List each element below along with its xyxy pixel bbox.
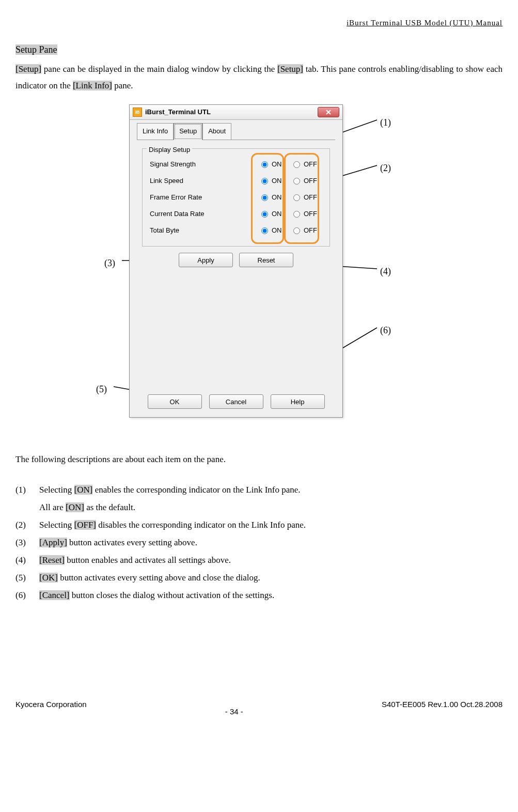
radio-input[interactable] [293,161,300,168]
off-label: OFF [304,191,317,204]
on-label: ON [272,224,282,237]
callout-3: (3) [104,254,115,272]
intro-hl-linkinfo: [Link Info] [73,81,112,90]
on-label: ON [272,158,282,171]
apply-reset-row: Apply Reset [137,253,335,267]
display-setup-group: Display Setup Signal Strength ON OFF Lin… [142,148,330,247]
reset-button[interactable]: Reset [239,253,293,267]
intro-paragraph: [Setup] pane can be displayed in the mai… [15,61,503,95]
desc-num: (2) [15,516,39,534]
footer-company: Kyocera Corporation [15,697,87,712]
callout-5: (5) [96,380,107,398]
desc-item-3: (3) [Apply] button activates every setti… [15,534,503,551]
intro-text-3: pane. [112,81,133,90]
desc-num: (6) [15,587,39,604]
desc-sub-post: as the default. [84,502,135,512]
row-total-byte: Total Byte ON OFF [150,222,322,239]
radio-datarate-off[interactable]: OFF [290,208,322,221]
desc-post: button activates every setting above and… [58,573,260,583]
radio-signal-on[interactable]: ON [258,158,290,171]
label-frame-error: Frame Error Rate [150,191,258,204]
close-icon [326,110,331,115]
desc-sub-hl: [ON] [66,502,84,512]
off-label: OFF [304,208,317,221]
desc-hl: [Apply] [39,538,67,547]
off-label: OFF [304,175,317,188]
on-label: ON [272,191,282,204]
window-title: iBurst_Terminal UTL [145,106,318,119]
on-label: ON [272,208,282,221]
cancel-button[interactable]: Cancel [209,394,263,409]
callout-2: (2) [380,159,391,177]
help-button[interactable]: Help [271,394,325,409]
desc-hl: [Reset] [39,555,65,565]
radio-input[interactable] [261,227,268,234]
desc-item-4: (4) [Reset] button enables and activates… [15,551,503,569]
descriptions-intro: The following descriptions are about eac… [15,451,503,468]
on-label: ON [272,175,282,188]
row-frame-error: Frame Error Rate ON OFF [150,189,322,206]
app-icon: iB [133,108,142,117]
label-link-speed: Link Speed [150,175,258,188]
radio-frameerror-off[interactable]: OFF [290,191,322,204]
label-current-data-rate: Current Data Rate [150,208,258,221]
desc-hl: [ON] [74,485,93,495]
desc-post: enables the corresponding indicator on t… [92,485,300,495]
desc-item-1: (1) Selecting [ON] enables the correspon… [15,481,503,499]
radio-input[interactable] [261,161,268,168]
label-total-byte: Total Byte [150,224,258,237]
radio-input[interactable] [261,194,268,201]
radio-frameerror-on[interactable]: ON [258,191,290,204]
off-label: OFF [304,224,317,237]
desc-pre: Selecting [39,485,74,495]
footer-docref: S40T-EE005 Rev.1.00 Oct.28.2008 [382,697,503,712]
label-signal-strength: Signal Strength [150,158,258,171]
intro-hl-setup-2: [Setup] [277,64,303,74]
page-header: iBurst Terminal USB Model (UTU) Manual [15,16,503,30]
radio-input[interactable] [261,211,268,218]
radio-linkspeed-off[interactable]: OFF [290,175,322,188]
radio-input[interactable] [293,194,300,201]
callout-4: (4) [380,263,391,280]
titlebar: iB iBurst_Terminal UTL [130,105,342,120]
close-button[interactable] [318,107,339,117]
bottom-button-row: OK Cancel Help [130,394,342,409]
radio-input[interactable] [293,227,300,234]
tabstrip: Link Info Setup About [130,120,342,140]
group-title: Display Setup [147,144,192,157]
intro-text-1: pane can be displayed in the main dialog… [41,64,277,74]
tab-setup[interactable]: Setup [174,123,202,141]
callout-6: (6) [380,321,391,339]
desc-hl: [OK] [39,573,58,583]
desc-post: button activates every setting above. [67,538,197,547]
apply-button[interactable]: Apply [179,253,233,267]
radio-input[interactable] [261,178,268,185]
descriptions-list: (1) Selecting [ON] enables the correspon… [15,481,503,499]
row-current-data-rate: Current Data Rate ON OFF [150,206,322,222]
desc-num: (4) [15,551,39,569]
desc-item-2: (2) Selecting [OFF] disables the corresp… [15,516,503,534]
tab-link-info[interactable]: Link Info [137,123,174,140]
section-title: Setup Pane [15,44,57,55]
radio-datarate-on[interactable]: ON [258,208,290,221]
desc-item-6: (6) [Cancel] button closes the dialog wi… [15,587,503,604]
figure-area: iB iBurst_Terminal UTL Link Info Setup A… [15,104,503,438]
desc-num: (1) [15,481,39,499]
desc-item-1-sub: All are [ON] as the default. [15,499,503,516]
radio-input[interactable] [293,178,300,185]
intro-hl-setup-1: [Setup] [15,64,41,74]
tab-about[interactable]: About [202,123,231,140]
dialog-window: iB iBurst_Terminal UTL Link Info Setup A… [129,104,343,418]
radio-signal-off[interactable]: OFF [290,158,322,171]
row-signal-strength: Signal Strength ON OFF [150,156,322,173]
descriptions-list-2: (2) Selecting [OFF] disables the corresp… [15,516,503,604]
ok-button[interactable]: OK [148,394,202,409]
radio-totalbyte-on[interactable]: ON [258,224,290,237]
radio-input[interactable] [293,211,300,218]
footer-page-number: - 34 - [87,704,382,719]
desc-hl: [Cancel] [39,590,70,600]
desc-num: (3) [15,534,39,551]
row-link-speed: Link Speed ON OFF [150,173,322,189]
radio-linkspeed-on[interactable]: ON [258,175,290,188]
radio-totalbyte-off[interactable]: OFF [290,224,322,237]
